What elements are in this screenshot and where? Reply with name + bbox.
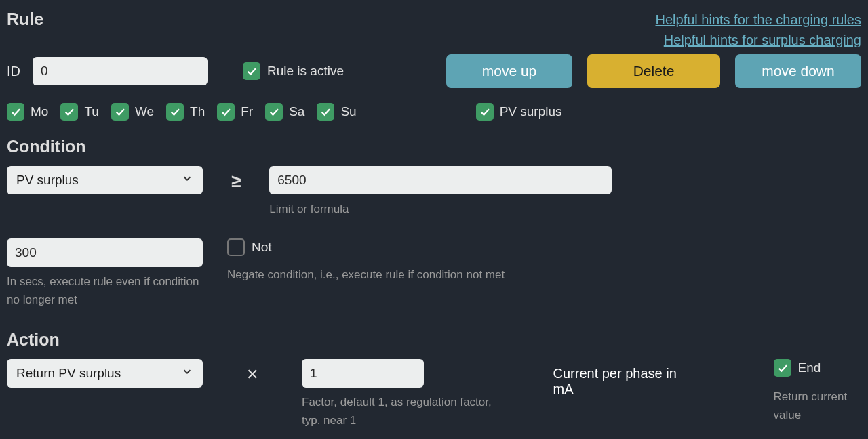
check-icon: [217, 103, 235, 121]
condition-seconds-hint: In secs, execute rule even if condition …: [7, 272, 203, 309]
id-input[interactable]: [33, 57, 208, 85]
action-heading: Action: [7, 330, 861, 350]
id-label: ID: [7, 64, 20, 79]
check-icon: [166, 103, 184, 121]
hints-block: Helpful hints for the charging rules Hel…: [656, 9, 862, 50]
pv-surplus-checkbox[interactable]: PV surplus: [476, 103, 562, 121]
check-icon: [7, 103, 24, 121]
link-surplus-charging-hints[interactable]: Helpful hints for surplus charging: [656, 30, 862, 50]
multiply-icon: ✕: [246, 366, 258, 383]
action-type-select[interactable]: Return PV surplus: [7, 359, 203, 388]
day-we-checkbox[interactable]: We: [111, 103, 154, 121]
operator-symbol: ≥: [231, 171, 241, 192]
condition-type-select[interactable]: PV surplus: [7, 166, 203, 194]
not-hint: Negate condition, i.e., execute rule if …: [227, 266, 505, 284]
move-down-button[interactable]: move down: [735, 54, 861, 88]
action-factor-input[interactable]: [302, 359, 424, 388]
check-icon: [317, 103, 334, 121]
rule-active-checkbox[interactable]: Rule is active: [243, 62, 344, 80]
check-icon: [265, 103, 283, 121]
check-icon: [243, 62, 260, 80]
condition-heading: Condition: [7, 137, 861, 156]
delete-button[interactable]: Delete: [587, 54, 720, 88]
day-sa-checkbox[interactable]: Sa: [265, 103, 304, 121]
not-checkbox[interactable]: Not: [227, 238, 505, 256]
check-icon: [60, 103, 78, 121]
current-per-phase-label: Current per phase in mA: [553, 366, 677, 397]
condition-limit-input[interactable]: [269, 166, 612, 194]
move-up-button[interactable]: move up: [446, 54, 572, 88]
day-mo-checkbox[interactable]: Mo: [7, 103, 48, 121]
day-th-checkbox[interactable]: Th: [166, 103, 205, 121]
day-fr-checkbox[interactable]: Fr: [217, 103, 253, 121]
rule-active-label: Rule is active: [267, 64, 344, 79]
check-icon: [111, 103, 129, 121]
day-tu-checkbox[interactable]: Tu: [60, 103, 98, 121]
link-charging-rules-hints[interactable]: Helpful hints for the charging rules: [656, 9, 862, 30]
check-icon: [774, 359, 791, 377]
rule-heading: Rule: [7, 9, 43, 29]
end-checkbox[interactable]: End: [774, 359, 861, 377]
condition-seconds-input[interactable]: [7, 238, 203, 267]
checkbox-empty-icon: [227, 238, 245, 256]
day-su-checkbox[interactable]: Su: [317, 103, 356, 121]
check-icon: [476, 103, 494, 121]
condition-limit-hint: Limit or formula: [269, 200, 612, 218]
end-hint: Return current value: [774, 388, 861, 424]
action-factor-hint: Factor, default 1, as regulation factor,…: [302, 393, 510, 430]
